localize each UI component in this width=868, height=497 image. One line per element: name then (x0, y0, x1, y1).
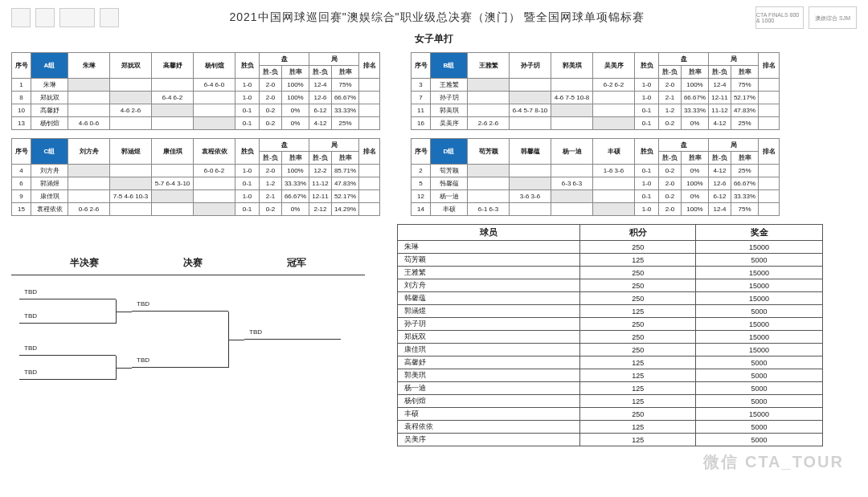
self-cell (510, 92, 551, 104)
points-row: 康佳琪25015000 (398, 344, 823, 356)
pan-pct: 100% (282, 92, 309, 104)
group-name: B组 (431, 53, 468, 79)
pan-wl: 2-0 (260, 79, 282, 92)
ju-wl: 12-11 (709, 92, 731, 104)
pt-prize: 5000 (696, 421, 823, 434)
pt-prize: 15000 (696, 344, 823, 356)
header-logos-left (11, 8, 119, 27)
wl-cell: 1-0 (235, 79, 260, 92)
pt-prize: 15000 (696, 292, 823, 305)
pt-points: 250 (580, 331, 696, 344)
seed-num: 10 (12, 104, 31, 117)
rank-cell (759, 165, 780, 177)
group-row: 10高馨妤4-6 2-60-10-20%6-1233.33% (12, 104, 380, 117)
ju-pct: 66.67% (332, 92, 359, 104)
ju-pct: 75% (332, 79, 359, 92)
score-cell (468, 104, 510, 117)
wl-cell: 0-1 (635, 190, 659, 203)
pt-points: 125 (580, 434, 696, 446)
sf-slot-4: TBD (19, 369, 116, 380)
col-rank: 排名 (759, 53, 780, 79)
score-cell (593, 190, 635, 203)
ju-wl: 12-4 (309, 79, 332, 92)
group-row: 6郭涵煜5-7 6-4 3-100-11-233.33%11-1247.83% (12, 177, 380, 190)
event-subtitle: 女子单打 (11, 32, 857, 46)
self-cell (110, 92, 152, 104)
ju-wl: 12-4 (709, 203, 731, 216)
sub-pct: 胜率 (682, 66, 709, 79)
pt-prize: 5000 (696, 434, 823, 446)
self-cell (152, 190, 194, 203)
col-pan: 盘 (659, 139, 709, 152)
pan-pct: 0% (682, 117, 709, 130)
pt-name: 刘方舟 (398, 279, 580, 292)
sub-pct: 胜率 (332, 66, 359, 79)
player-name: 杨钊煊 (31, 117, 68, 130)
wl-cell: 0-1 (235, 177, 260, 190)
seed-num: 15 (12, 203, 31, 216)
group-row: 2苟芳颖1-6 3-60-10-20%4-1225% (411, 165, 780, 177)
pt-prize: 5000 (696, 369, 823, 382)
logo-sjm: 澳娱综合 SJM (809, 6, 857, 29)
ju-wl: 11-12 (309, 177, 332, 190)
pan-pct: 0% (282, 203, 309, 216)
pt-name: 韩馨蕴 (398, 292, 580, 305)
col-seq: 序号 (411, 139, 431, 165)
rank-cell (359, 177, 380, 190)
self-cell (593, 203, 635, 216)
pt-prize: 15000 (696, 318, 823, 331)
seed-num: 14 (411, 203, 431, 216)
ju-wl: 4-12 (709, 165, 731, 177)
seed-num: 12 (411, 190, 431, 203)
score-cell (593, 92, 635, 104)
score-cell: 4-6 0-6 (68, 117, 110, 130)
rank-cell (359, 165, 380, 177)
pan-wl: 2-0 (659, 203, 682, 216)
score-cell (510, 165, 551, 177)
seed-num: 1 (12, 79, 31, 92)
main-title: 2021中国网球巡回赛"澳娱综合"职业级总决赛（澳门） 暨全国网球单项锦标赛 (119, 10, 755, 25)
score-cell (194, 92, 235, 104)
player-name: 郭涵煜 (31, 177, 68, 190)
pt-prize: 5000 (696, 356, 823, 369)
seed-num: 13 (12, 117, 31, 130)
score-cell (551, 79, 593, 92)
ju-wl: 11-12 (709, 104, 731, 117)
pt-points: 125 (580, 395, 696, 408)
sub-pct: 胜率 (682, 152, 709, 165)
pan-wl: 2-0 (260, 165, 282, 177)
bracket-line (116, 312, 132, 312)
group-row: 13杨钊煊4-6 0-60-10-20%4-1225% (12, 117, 380, 130)
logo-cta-finals: CTA FINALS 800 & 1000 (755, 6, 804, 29)
player-header: 杨钊煊 (194, 53, 235, 79)
pt-name: 朱琳 (398, 241, 580, 254)
score-cell (194, 177, 235, 190)
points-row: 王雅繁25015000 (398, 267, 823, 279)
group-name: C组 (31, 139, 68, 165)
col-seq: 序号 (12, 53, 31, 79)
pt-name: 郑妩双 (398, 331, 580, 344)
player-header: 袁程依依 (194, 139, 235, 165)
score-cell: 4-6 7-5 10-8 (551, 92, 593, 104)
ju-wl: 12-11 (309, 190, 332, 203)
rank-cell (759, 117, 780, 130)
group-row: 11郭美琪6-4 5-7 8-100-11-233.33%11-1247.83% (411, 104, 780, 117)
col-rank: 排名 (359, 53, 380, 79)
ju-wl: 12-2 (309, 165, 332, 177)
player-header: 郑妩双 (110, 53, 152, 79)
rank-cell (359, 104, 380, 117)
pt-name: 孙子玥 (398, 318, 580, 331)
pan-wl: 2-1 (659, 92, 682, 104)
pt-prize: 5000 (696, 305, 823, 318)
player-header: 杨一迪 (551, 139, 593, 165)
col-pan: 盘 (260, 139, 309, 152)
wl-cell: 1-0 (235, 92, 260, 104)
pt-name: 王雅繁 (398, 267, 580, 279)
ju-wl: 6-12 (709, 190, 731, 203)
score-cell: 6-4 6-0 (194, 79, 235, 92)
pan-wl: 2-0 (659, 79, 682, 92)
score-cell: 6-1 6-3 (468, 203, 510, 216)
logo-cta (35, 8, 55, 27)
rank-cell (359, 203, 380, 216)
points-row: 丰硕25015000 (398, 408, 823, 421)
